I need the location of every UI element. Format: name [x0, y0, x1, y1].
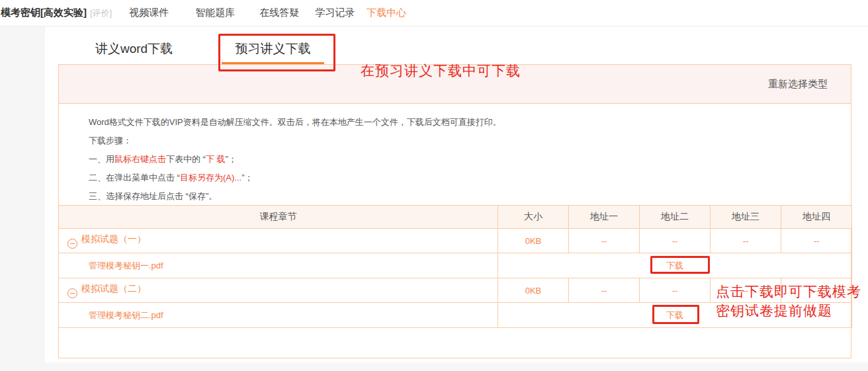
addr-cell: --: [569, 229, 640, 253]
nav-item-download-center[interactable]: 下载中心: [367, 7, 406, 19]
reselect-type-link[interactable]: 重新选择类型: [768, 78, 828, 91]
chapter-title: 模拟试题（一）: [81, 233, 146, 244]
step-text: 三、选择保存地址后点击 “保存”。: [89, 191, 217, 201]
download-step: 一、用鼠标右键点击下表中的 “下 载”；: [89, 150, 851, 169]
file-row: 管理模考秘钥二.pdf下载: [59, 303, 852, 328]
file-row: 管理模考秘钥一.pdf下载: [59, 253, 852, 278]
chapter-row: 模拟试题（二）0KB--------: [59, 278, 852, 303]
download-panel: 重新选择类型 Word格式文件下载的VIP资料是自动解压缩文件。双击后，将在本地…: [58, 64, 851, 358]
step-highlight-text: 鼠标右键点击: [114, 154, 166, 164]
addr-cell: --: [711, 278, 781, 303]
nav-item-question-bank[interactable]: 智能题库: [195, 7, 235, 19]
col-header-addr3: 地址三: [711, 206, 781, 229]
file-name: 管理模考秘钥二.pdf: [59, 303, 498, 328]
page: { "nav": { "title": "模考密钥[高效实验]", "ratin…: [0, 0, 868, 371]
download-table-body: 模拟试题（一）0KB--------管理模考秘钥一.pdf下载模拟试题（二）0K…: [59, 229, 852, 328]
content-area: 讲义word下载 预习讲义下载 重新选择类型 Word格式文件下载的VIP资料是…: [45, 26, 868, 362]
addr-cell: --: [781, 278, 852, 303]
download-table: 课程章节 大小 地址一 地址二 地址三 地址四 模拟试题（一）0KB------…: [58, 205, 852, 328]
step-highlight-text: 下 载: [206, 154, 226, 164]
col-header-addr2: 地址二: [640, 206, 711, 229]
file-name: 管理模考秘钥一.pdf: [59, 253, 498, 278]
chapter-title: 模拟试题（二）: [81, 283, 146, 294]
step-highlight-text: 目标另存为(A)...: [180, 173, 241, 183]
download-link[interactable]: 下载: [666, 261, 683, 270]
rating-link[interactable]: [评价]: [90, 7, 112, 19]
chapter-cell: 模拟试题（二）: [59, 278, 498, 303]
instructions: Word格式文件下载的VIP资料是自动解压缩文件。双击后，将在本地产生一个文件，…: [59, 104, 851, 206]
nav-item-study-record[interactable]: 学习记录: [315, 7, 355, 19]
download-step: 三、选择保存地址后点击 “保存”。: [89, 187, 851, 206]
step-text: ”；: [241, 173, 253, 183]
addr-cell: --: [711, 229, 781, 253]
download-cell: 下载: [498, 253, 852, 278]
chapter-row: 模拟试题（一）0KB--------: [59, 229, 852, 253]
col-header-addr1: 地址一: [569, 206, 640, 229]
download-link[interactable]: 下载: [666, 310, 683, 320]
top-nav: 模考密钥[高效实验] [评价] 视频课件 智能题库 在线答疑 学习记录 下载中心: [0, 0, 868, 26]
download-cell: 下载: [498, 303, 852, 328]
addr-cell: --: [640, 278, 711, 303]
intro-text: Word格式文件下载的VIP资料是自动解压缩文件。双击后，将在本地产生一个文件，…: [89, 113, 851, 132]
table-header-row: 课程章节 大小 地址一 地址二 地址三 地址四: [59, 206, 852, 229]
addr-cell: --: [640, 229, 711, 253]
col-header-chapter: 课程章节: [59, 206, 498, 229]
chapter-cell: 模拟试题（一）: [59, 229, 498, 253]
panel-header: 重新选择类型: [59, 65, 851, 104]
step-text: 二、在弹出菜单中点击 “: [89, 173, 180, 183]
tab-preview-label: 预习讲义下载: [236, 42, 311, 56]
size-cell: 0KB: [498, 229, 569, 253]
tab-preview-lecture-download[interactable]: 预习讲义下载: [222, 36, 324, 64]
download-step: 二、在弹出菜单中点击 “目标另存为(A)...”；: [89, 169, 851, 187]
nav-item-online-qa[interactable]: 在线答疑: [259, 7, 299, 19]
steps-title: 下载步骤：: [89, 132, 851, 150]
tab-lecture-word-download[interactable]: 讲义word下载: [83, 36, 185, 64]
collapse-minus-icon[interactable]: [67, 288, 77, 298]
collapse-minus-icon[interactable]: [67, 239, 77, 249]
col-header-addr4: 地址四: [781, 206, 852, 229]
addr-cell: --: [569, 278, 640, 303]
col-header-size: 大小: [498, 206, 569, 229]
size-cell: 0KB: [498, 278, 569, 303]
nav-item-video-courseware[interactable]: 视频课件: [129, 7, 169, 19]
addr-cell: --: [781, 229, 852, 253]
step-text: 一、用: [89, 154, 114, 164]
course-title: 模考密钥[高效实验]: [1, 7, 87, 19]
download-steps: 一、用鼠标右键点击下表中的 “下 载”；二、在弹出菜单中点击 “目标另存为(A)…: [89, 150, 851, 206]
step-text: ”；: [226, 154, 237, 164]
step-text: 下表中的 “: [166, 154, 206, 164]
